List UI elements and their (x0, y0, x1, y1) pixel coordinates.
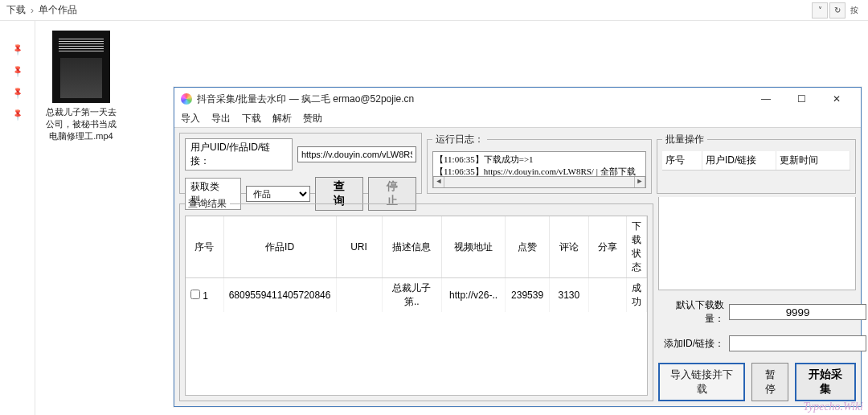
col-time[interactable]: 更新时间 (776, 151, 850, 170)
pin-icon[interactable]: 📌 (10, 64, 23, 77)
pause-button[interactable]: 暂停 (751, 363, 788, 401)
import-download-button[interactable]: 导入链接并下载 (658, 363, 745, 401)
add-id-input[interactable] (729, 335, 866, 351)
table-row[interactable]: 1 6809559411405720846 总裁儿子第.. http://v26… (186, 278, 647, 313)
cell-uri (336, 278, 382, 313)
menu-import[interactable]: 导入 (181, 112, 200, 125)
log-line: 【11:06:35】下载成功=>1 (435, 154, 644, 166)
pin-sidebar: 📌 📌 📌 📌 (0, 21, 35, 415)
th-seq[interactable]: 序号 (186, 216, 223, 278)
cell-id: 6809559411405720846 (223, 278, 336, 313)
cell-like: 239539 (506, 278, 550, 313)
cell-status: 成功 (627, 278, 647, 313)
pin-icon[interactable]: 📌 (10, 86, 23, 99)
window-title: 抖音采集/批量去水印 — 疯二毛 ermao@52pojie.cn (197, 92, 748, 106)
log-legend: 运行日志： (432, 133, 487, 146)
menu-export[interactable]: 导出 (211, 112, 231, 125)
menu-donate[interactable]: 赞助 (303, 112, 322, 125)
batch-legend: 批量操作 (662, 133, 707, 146)
minimize-button[interactable]: ― (748, 88, 784, 110)
col-seq[interactable]: 序号 (662, 151, 702, 170)
cell-video: http://v26-.. (442, 278, 506, 313)
crumb-b[interactable]: 单个作品 (39, 3, 77, 17)
crumb-sep: › (31, 5, 34, 16)
results-legend: 查询结果 (185, 197, 230, 211)
batch-header: 序号 用户ID/链接 更新时间 (662, 151, 850, 171)
breadcrumb: 下载 › 单个作品 ˅ ↻ 按 (0, 0, 868, 21)
th-share[interactable]: 分享 (588, 216, 626, 278)
file-name: 总裁儿子第一天去公司，被秘书当成电脑修理工.mp4 (45, 106, 117, 142)
pin-icon[interactable]: 📌 (10, 108, 23, 121)
pin-icon[interactable]: 📌 (10, 43, 23, 55)
th-video[interactable]: 视频地址 (442, 216, 506, 278)
col-id[interactable]: 用户ID/链接 (702, 151, 776, 170)
results-table[interactable]: 序号 作品ID URI 描述信息 视频地址 点赞 评论 分享 下载状态 1 (185, 216, 648, 396)
video-thumbnail (52, 31, 110, 103)
file-item[interactable]: 总裁儿子第一天去公司，被秘书当成电脑修理工.mp4 (45, 31, 117, 142)
maximize-button[interactable]: ☐ (784, 88, 819, 110)
add-id-label: 添加ID/链接： (658, 337, 724, 351)
th-desc[interactable]: 描述信息 (382, 216, 441, 278)
log-line: 【11:06:35】https://v.douyin.com/vLW8RS/ |… (435, 166, 644, 177)
results-group: 查询结果 序号 作品ID URI 描述信息 视频地址 点赞 评论 分享 下载状态 (179, 197, 653, 401)
input-group: 用户UID/作品ID/链接： 获取类型： 作品 查询 停止 (179, 133, 422, 194)
batch-body[interactable] (658, 197, 856, 290)
batch-group-top: 批量操作 序号 用户ID/链接 更新时间 (657, 133, 856, 194)
cell-share (588, 278, 626, 313)
menu-download[interactable]: 下载 (242, 112, 261, 125)
close-button[interactable]: ✕ (819, 88, 854, 110)
refresh-icon[interactable]: ↻ (829, 2, 845, 18)
titlebar[interactable]: 抖音采集/批量去水印 — 疯二毛 ermao@52pojie.cn ― ☐ ✕ (174, 88, 861, 110)
app-window: 抖音采集/批量去水印 — 疯二毛 ermao@52pojie.cn ― ☐ ✕ … (174, 87, 862, 407)
log-group: 运行日志： 【11:06:35】下载成功=>1 【11:06:35】https:… (427, 133, 652, 194)
th-comment[interactable]: 评论 (549, 216, 588, 278)
log-scrollbar[interactable]: ◄► (432, 177, 646, 188)
cell-desc: 总裁儿子第.. (382, 278, 441, 313)
row-checkbox[interactable] (190, 290, 200, 299)
crumb-a[interactable]: 下载 (6, 3, 26, 17)
uid-label: 用户UID/作品ID/链接： (185, 138, 293, 171)
menu-parse[interactable]: 解析 (272, 112, 292, 125)
cell-comment: 3130 (549, 278, 588, 313)
th-like[interactable]: 点赞 (506, 216, 550, 278)
start-collect-button[interactable]: 开始采集 (795, 363, 856, 401)
th-id[interactable]: 作品ID (223, 216, 336, 278)
url-input[interactable] (297, 146, 416, 162)
batch-controls: 默认下载数量： 从文件导入 添加ID/链接： 添加 导入链接并下载 暂停 开始采… (658, 197, 856, 401)
log-box[interactable]: 【11:06:35】下载成功=>1 【11:06:35】https://v.do… (432, 151, 646, 177)
dropdown-icon[interactable]: ˅ (812, 2, 828, 18)
btn-right[interactable]: 按 (847, 2, 862, 18)
menubar: 导入 导出 下载 解析 赞助 (174, 110, 861, 128)
th-status[interactable]: 下载状态 (627, 216, 647, 278)
app-icon (181, 93, 192, 105)
th-uri[interactable]: URI (336, 216, 382, 278)
default-count-input[interactable] (729, 304, 866, 320)
default-count-label: 默认下载数量： (658, 298, 724, 326)
